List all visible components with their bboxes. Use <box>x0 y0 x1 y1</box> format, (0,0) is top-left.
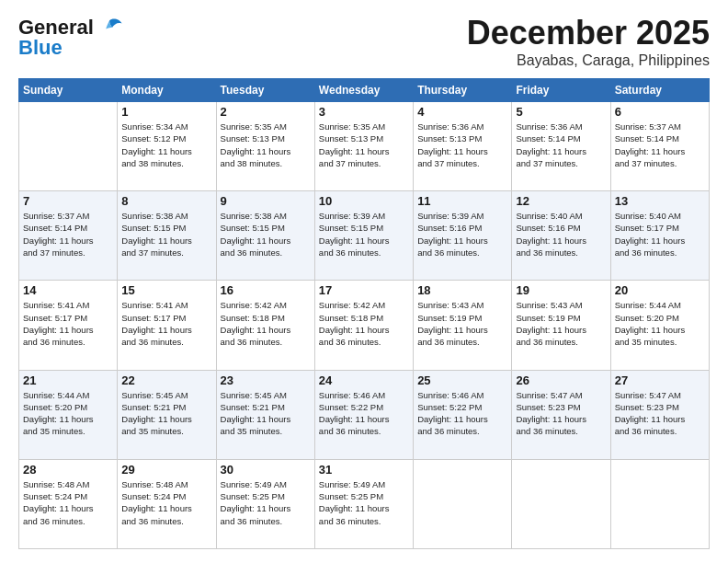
day-info: Sunrise: 5:46 AM Sunset: 5:22 PM Dayligh… <box>319 389 409 438</box>
calendar-cell: 14Sunrise: 5:41 AM Sunset: 5:17 PM Dayli… <box>19 281 118 370</box>
calendar-cell: 30Sunrise: 5:49 AM Sunset: 5:25 PM Dayli… <box>216 459 314 548</box>
calendar-cell: 5Sunrise: 5:36 AM Sunset: 5:14 PM Daylig… <box>512 102 610 191</box>
calendar-week-3: 14Sunrise: 5:41 AM Sunset: 5:17 PM Dayli… <box>19 281 710 370</box>
weekday-wednesday: Wednesday <box>314 79 413 102</box>
day-number: 24 <box>319 373 409 387</box>
calendar-cell: 26Sunrise: 5:47 AM Sunset: 5:23 PM Dayli… <box>512 370 610 459</box>
page: General Blue December 2025 Bayabas, Cara… <box>0 0 728 563</box>
calendar-cell: 31Sunrise: 5:49 AM Sunset: 5:25 PM Dayli… <box>314 459 413 548</box>
day-info: Sunrise: 5:36 AM Sunset: 5:13 PM Dayligh… <box>417 121 507 169</box>
calendar-cell: 12Sunrise: 5:40 AM Sunset: 5:16 PM Dayli… <box>512 191 610 281</box>
day-number: 17 <box>319 283 409 297</box>
day-info: Sunrise: 5:42 AM Sunset: 5:18 PM Dayligh… <box>221 299 311 348</box>
day-info: Sunrise: 5:48 AM Sunset: 5:24 PM Dayligh… <box>23 478 113 527</box>
day-number: 13 <box>615 194 705 208</box>
title-block: December 2025 Bayabas, Caraga, Philippin… <box>467 14 710 69</box>
calendar-cell: 15Sunrise: 5:41 AM Sunset: 5:17 PM Dayli… <box>118 281 216 370</box>
calendar-cell: 10Sunrise: 5:39 AM Sunset: 5:15 PM Dayli… <box>314 191 413 281</box>
day-number: 16 <box>221 283 311 297</box>
day-info: Sunrise: 5:41 AM Sunset: 5:17 PM Dayligh… <box>121 299 211 348</box>
calendar-cell: 6Sunrise: 5:37 AM Sunset: 5:14 PM Daylig… <box>610 102 709 191</box>
day-info: Sunrise: 5:47 AM Sunset: 5:23 PM Dayligh… <box>516 389 606 438</box>
day-info: Sunrise: 5:37 AM Sunset: 5:14 PM Dayligh… <box>615 121 705 169</box>
weekday-thursday: Thursday <box>414 79 512 102</box>
weekday-friday: Friday <box>512 79 610 102</box>
day-number: 6 <box>615 105 705 119</box>
day-number: 22 <box>121 373 211 387</box>
day-info: Sunrise: 5:43 AM Sunset: 5:19 PM Dayligh… <box>516 299 606 348</box>
day-number: 5 <box>516 105 606 119</box>
day-number: 28 <box>23 463 113 477</box>
day-number: 11 <box>417 194 507 208</box>
calendar-cell <box>610 459 709 548</box>
calendar-cell: 24Sunrise: 5:46 AM Sunset: 5:22 PM Dayli… <box>314 370 413 459</box>
calendar-cell: 21Sunrise: 5:44 AM Sunset: 5:20 PM Dayli… <box>19 370 118 459</box>
day-info: Sunrise: 5:42 AM Sunset: 5:18 PM Dayligh… <box>319 299 409 348</box>
calendar-cell: 4Sunrise: 5:36 AM Sunset: 5:13 PM Daylig… <box>414 102 512 191</box>
day-info: Sunrise: 5:44 AM Sunset: 5:20 PM Dayligh… <box>615 299 705 348</box>
calendar-cell: 11Sunrise: 5:39 AM Sunset: 5:16 PM Dayli… <box>414 191 512 281</box>
calendar-cell <box>19 102 118 191</box>
day-info: Sunrise: 5:35 AM Sunset: 5:13 PM Dayligh… <box>221 121 311 169</box>
calendar-cell: 28Sunrise: 5:48 AM Sunset: 5:24 PM Dayli… <box>19 459 118 548</box>
weekday-monday: Monday <box>118 79 216 102</box>
calendar-cell: 17Sunrise: 5:42 AM Sunset: 5:18 PM Dayli… <box>314 281 413 370</box>
day-number: 23 <box>221 373 311 387</box>
header: General Blue December 2025 Bayabas, Cara… <box>18 14 710 69</box>
day-number: 10 <box>319 194 409 208</box>
calendar-cell: 23Sunrise: 5:45 AM Sunset: 5:21 PM Dayli… <box>216 370 314 459</box>
day-info: Sunrise: 5:44 AM Sunset: 5:20 PM Dayligh… <box>23 389 113 438</box>
day-number: 2 <box>221 105 311 119</box>
day-info: Sunrise: 5:45 AM Sunset: 5:21 PM Dayligh… <box>221 389 311 438</box>
day-number: 14 <box>23 283 113 297</box>
day-number: 4 <box>417 105 507 119</box>
calendar-table: SundayMondayTuesdayWednesdayThursdayFrid… <box>18 78 710 549</box>
day-number: 27 <box>615 373 705 387</box>
day-number: 30 <box>221 463 311 477</box>
calendar-week-4: 21Sunrise: 5:44 AM Sunset: 5:20 PM Dayli… <box>19 370 710 459</box>
calendar-cell: 13Sunrise: 5:40 AM Sunset: 5:17 PM Dayli… <box>610 191 709 281</box>
day-number: 29 <box>121 463 211 477</box>
day-info: Sunrise: 5:48 AM Sunset: 5:24 PM Dayligh… <box>121 478 211 527</box>
calendar-cell: 9Sunrise: 5:38 AM Sunset: 5:15 PM Daylig… <box>216 191 314 281</box>
calendar-cell: 27Sunrise: 5:47 AM Sunset: 5:23 PM Dayli… <box>610 370 709 459</box>
day-number: 7 <box>23 194 113 208</box>
calendar-cell: 8Sunrise: 5:38 AM Sunset: 5:15 PM Daylig… <box>118 191 216 281</box>
calendar-cell: 2Sunrise: 5:35 AM Sunset: 5:13 PM Daylig… <box>216 102 314 191</box>
calendar-cell: 3Sunrise: 5:35 AM Sunset: 5:13 PM Daylig… <box>314 102 413 191</box>
day-number: 31 <box>319 463 409 477</box>
day-info: Sunrise: 5:45 AM Sunset: 5:21 PM Dayligh… <box>121 389 211 438</box>
calendar-cell: 1Sunrise: 5:34 AM Sunset: 5:12 PM Daylig… <box>118 102 216 191</box>
month-title: December 2025 <box>467 14 710 52</box>
location: Bayabas, Caraga, Philippines <box>467 52 710 69</box>
day-number: 9 <box>221 194 311 208</box>
calendar-cell: 22Sunrise: 5:45 AM Sunset: 5:21 PM Dayli… <box>118 370 216 459</box>
day-info: Sunrise: 5:38 AM Sunset: 5:15 PM Dayligh… <box>221 210 311 259</box>
day-info: Sunrise: 5:49 AM Sunset: 5:25 PM Dayligh… <box>319 478 409 527</box>
day-info: Sunrise: 5:43 AM Sunset: 5:19 PM Dayligh… <box>417 299 507 348</box>
calendar-cell <box>414 459 512 548</box>
weekday-sunday: Sunday <box>19 79 118 102</box>
day-number: 3 <box>319 105 409 119</box>
day-info: Sunrise: 5:39 AM Sunset: 5:16 PM Dayligh… <box>417 210 507 259</box>
day-info: Sunrise: 5:46 AM Sunset: 5:22 PM Dayligh… <box>417 389 507 438</box>
day-info: Sunrise: 5:36 AM Sunset: 5:14 PM Dayligh… <box>516 121 606 169</box>
day-info: Sunrise: 5:49 AM Sunset: 5:25 PM Dayligh… <box>221 478 311 527</box>
calendar-week-5: 28Sunrise: 5:48 AM Sunset: 5:24 PM Dayli… <box>19 459 710 548</box>
day-info: Sunrise: 5:34 AM Sunset: 5:12 PM Dayligh… <box>121 121 211 169</box>
logo: General Blue <box>18 14 123 60</box>
day-info: Sunrise: 5:47 AM Sunset: 5:23 PM Dayligh… <box>615 389 705 438</box>
calendar-cell: 18Sunrise: 5:43 AM Sunset: 5:19 PM Dayli… <box>414 281 512 370</box>
logo-bird-icon <box>96 14 123 41</box>
weekday-saturday: Saturday <box>610 79 709 102</box>
day-number: 8 <box>121 194 211 208</box>
day-number: 15 <box>121 283 211 297</box>
calendar-week-1: 1Sunrise: 5:34 AM Sunset: 5:12 PM Daylig… <box>19 102 710 191</box>
calendar-cell: 29Sunrise: 5:48 AM Sunset: 5:24 PM Dayli… <box>118 459 216 548</box>
day-info: Sunrise: 5:35 AM Sunset: 5:13 PM Dayligh… <box>319 121 409 169</box>
weekday-tuesday: Tuesday <box>216 79 314 102</box>
day-number: 26 <box>516 373 606 387</box>
calendar-cell: 25Sunrise: 5:46 AM Sunset: 5:22 PM Dayli… <box>414 370 512 459</box>
calendar-cell: 19Sunrise: 5:43 AM Sunset: 5:19 PM Dayli… <box>512 281 610 370</box>
day-info: Sunrise: 5:38 AM Sunset: 5:15 PM Dayligh… <box>121 210 211 259</box>
